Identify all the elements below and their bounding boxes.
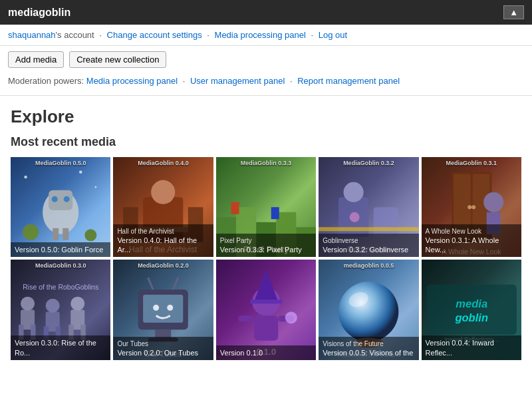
explore-heading: Explore	[11, 106, 521, 127]
media-item-v032[interactable]: MediaGoblin 0.3.2 Goblinverse G	[319, 157, 418, 257]
sep-mod2: ·	[183, 76, 188, 86]
svg-point-9	[79, 170, 82, 174]
svg-point-36	[467, 205, 471, 209]
media-item-v005[interactable]: mediagoblin 0.0.5	[319, 260, 418, 359]
media-grid: MediaGoblin 0.5.0	[11, 157, 521, 360]
svg-rect-25	[271, 207, 279, 219]
svg-point-46	[46, 299, 60, 313]
sep2: ·	[207, 30, 211, 40]
media-label-v050: Version 0.5.0: Goblin Force	[11, 242, 110, 257]
media-item-v050[interactable]: MediaGoblin 0.5.0	[11, 157, 110, 257]
svg-point-8	[24, 176, 27, 179]
svg-point-12	[152, 180, 176, 204]
svg-rect-28	[374, 207, 399, 237]
svg-rect-24	[231, 202, 239, 214]
header-toggle-button[interactable]: ▲	[503, 5, 524, 19]
svg-point-38	[483, 192, 503, 212]
moderation-prefix: Moderation powers:	[8, 76, 84, 86]
username-link[interactable]: shaquannah	[8, 30, 56, 40]
media-label-v005: Visions of the Future Version 0.0.5: Vis…	[319, 337, 418, 360]
svg-point-60	[154, 305, 160, 311]
mod-reports-panel-link[interactable]: Report management panel	[297, 76, 400, 86]
svg-point-2	[52, 196, 58, 202]
account-bar: shaquannah's account · Change account se…	[0, 25, 532, 46]
media-item-v020[interactable]: MediaGoblin 0.2.0	[113, 260, 213, 359]
svg-rect-5	[63, 228, 68, 240]
svg-text:media: media	[456, 298, 487, 311]
svg-text:Rise of the RoboGoblins: Rise of the RoboGoblins	[23, 284, 98, 292]
media-label-v032: Goblinverse Version 0.3.2: Goblinverse	[319, 234, 418, 257]
divider	[0, 95, 532, 96]
mod-media-panel-link[interactable]: Media processing panel	[86, 76, 178, 86]
media-label-v020: Our Tubes Version 0.2.0: Our Tubes	[113, 337, 213, 360]
svg-point-61	[168, 305, 174, 311]
media-label-v040: Hall of the Archivist Version 0.4.0: Hal…	[113, 224, 213, 258]
media-label-v031: A Whole New Look Version 0.3.1: A Whole …	[422, 224, 521, 258]
sep-mod3: ·	[290, 76, 295, 86]
svg-line-57	[174, 278, 179, 290]
svg-marker-64	[254, 270, 278, 302]
sep1: ·	[99, 30, 104, 40]
svg-rect-67	[238, 316, 254, 322]
svg-point-71	[338, 282, 398, 341]
svg-point-10	[94, 186, 96, 188]
change-settings-link[interactable]: Change account settings	[107, 30, 202, 40]
svg-point-50	[70, 297, 84, 311]
media-label-v004: Version 0.0.4: Inward Reflec...	[422, 335, 521, 360]
main-content: Explore Most recent media MediaGoblin 0.…	[0, 99, 532, 368]
logout-link[interactable]: Log out	[319, 30, 347, 40]
svg-point-29	[344, 182, 364, 202]
media-item-v031[interactable]: MediaGoblin 0.3.1 A Whole New Look	[422, 157, 521, 257]
media-item-v040[interactable]: MediaGoblin 0.4.0 Hall of the Archivist	[113, 157, 213, 257]
svg-point-70	[285, 312, 297, 324]
svg-point-3	[64, 196, 70, 202]
media-item-v004[interactable]: media goblin Inward Reflections... Versi…	[422, 260, 521, 359]
media-item-v033[interactable]: MediaGoblin 0.3.3 Pixel Party	[216, 157, 316, 257]
svg-point-6	[23, 224, 39, 240]
svg-text:goblin: goblin	[454, 312, 488, 325]
svg-rect-4	[53, 228, 59, 240]
media-item-v010[interactable]: 0.1.0 Version 0.1.0	[216, 260, 316, 359]
header: mediagoblin ▲	[0, 0, 532, 25]
svg-rect-65	[250, 300, 282, 304]
media-label-v010: Version 0.1.0	[216, 345, 316, 360]
moderation-bar: Moderation powers: Media processing pane…	[0, 73, 532, 93]
svg-point-7	[84, 229, 96, 241]
svg-point-42	[21, 297, 35, 311]
media-item-v030[interactable]: MediaGoblin 0.3.0	[11, 260, 110, 359]
create-collection-button[interactable]: Create new collection	[69, 51, 166, 68]
add-media-button[interactable]: Add media	[8, 51, 64, 68]
media-processing-link[interactable]: Media processing panel	[215, 30, 306, 40]
svg-rect-66	[254, 316, 278, 341]
recent-media-heading: Most recent media	[11, 135, 521, 149]
possessive-text: 's account	[56, 30, 94, 40]
svg-point-31	[350, 212, 360, 222]
media-label-v033: Pixel Party Version 0.3.3: Pixel Party	[216, 234, 316, 257]
svg-line-56	[148, 278, 154, 290]
sep3: ·	[311, 30, 315, 40]
media-label-v030: Version 0.3.0: Rise of the Ro...	[11, 335, 110, 360]
site-title: mediagoblin	[8, 7, 70, 19]
svg-point-37	[471, 205, 475, 209]
action-bar: Add media Create new collection	[0, 46, 532, 73]
mod-users-panel-link[interactable]: User management panel	[190, 76, 285, 86]
